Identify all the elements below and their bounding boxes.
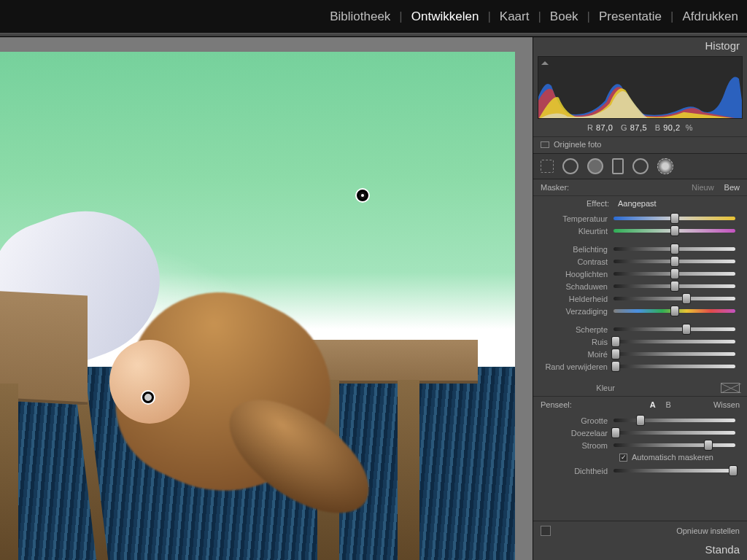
temperatuur-slider[interactable] xyxy=(614,217,735,220)
nav-sep: | xyxy=(581,9,596,24)
nav-bibliotheek[interactable]: Bibliotheek xyxy=(327,9,393,24)
histogram-title: Histogr xyxy=(533,37,747,56)
mask-new-link[interactable]: Nieuw xyxy=(692,183,714,192)
local-tools-strip xyxy=(533,154,747,179)
kleurtint-slider[interactable] xyxy=(614,229,735,233)
contrast-slider[interactable] xyxy=(614,260,735,263)
nav-boek[interactable]: Boek xyxy=(547,9,581,24)
belichting-slider[interactable] xyxy=(614,247,735,251)
schaduwen-slider[interactable] xyxy=(614,284,735,288)
rgb-readout: R 87,0 G 87,5 B 90,2 % xyxy=(533,122,747,136)
effect-label: Effect: xyxy=(535,199,615,208)
grootte-slider[interactable] xyxy=(614,419,735,422)
crop-tool-icon[interactable] xyxy=(541,160,554,173)
panel-footer: Opnieuw instellen xyxy=(533,521,747,540)
nav-sep: | xyxy=(532,9,546,24)
slider-label: Rand verwijderen xyxy=(533,362,614,371)
slider-label: Schaduwen xyxy=(533,282,614,291)
effect-value: Aangepast xyxy=(615,199,657,208)
slider-label: Stroom xyxy=(533,441,614,450)
slider-label: Helderheid xyxy=(533,295,614,303)
slider-label: Verzadiging xyxy=(533,307,614,316)
effect-row[interactable]: Effect: Aangepast xyxy=(533,196,747,209)
graduated-filter-icon[interactable] xyxy=(612,158,624,174)
nav-sep: | xyxy=(393,9,408,24)
spot-removal-tool-icon[interactable] xyxy=(562,158,578,174)
mask-label: Masker: xyxy=(541,183,569,192)
reset-link[interactable]: Opnieuw instellen xyxy=(676,526,740,535)
redeye-tool-icon[interactable] xyxy=(587,158,603,174)
checkbox-icon: ✓ xyxy=(619,454,627,462)
module-nav: Bibliotheek | Ontwikkelen | Kaart | Boek… xyxy=(0,0,747,33)
radial-filter-icon[interactable] xyxy=(632,158,649,174)
nav-kaart[interactable]: Kaart xyxy=(497,9,533,24)
hooglichten-slider[interactable] xyxy=(614,272,735,276)
original-photo-label: Originele foto xyxy=(554,140,601,149)
slider-label: Belichting xyxy=(533,245,614,254)
verzadiging-slider[interactable] xyxy=(614,309,735,313)
histogram-graph xyxy=(538,57,742,119)
moire-slider[interactable] xyxy=(614,352,735,356)
image-canvas[interactable] xyxy=(0,37,533,560)
checkbox-icon xyxy=(541,141,549,148)
slider-label: Doezelaar xyxy=(533,429,614,438)
brush-erase[interactable]: Wissen xyxy=(713,400,740,409)
brush-b[interactable]: B xyxy=(666,400,671,409)
slider-label: Scherpte xyxy=(533,325,614,334)
brush-sliders: Grootte Doezelaar Stroom ✓ Automatisch m… xyxy=(533,411,747,478)
nav-afdrukken[interactable]: Afdrukken xyxy=(679,9,741,24)
brush-label: Penseel: xyxy=(541,400,572,409)
rand-verwijderen-slider[interactable] xyxy=(614,365,735,368)
brush-header: Penseel: A B Wissen xyxy=(533,396,747,411)
slider-label: Moiré xyxy=(533,350,614,359)
adjustment-brush-icon[interactable] xyxy=(657,158,673,174)
slider-label: Kleurtint xyxy=(533,227,614,236)
auto-mask-label: Automatisch maskeren xyxy=(632,453,713,462)
nav-ontwikkelen[interactable]: Ontwikkelen xyxy=(409,9,482,24)
nav-sep: | xyxy=(665,9,679,24)
nav-presentatie[interactable]: Presentatie xyxy=(596,9,665,24)
panel-toggle-switch[interactable] xyxy=(541,526,551,536)
color-swatch[interactable] xyxy=(721,383,740,393)
doezelaar-slider[interactable] xyxy=(614,431,735,435)
photo xyxy=(0,52,515,560)
next-panel-title: Standa xyxy=(533,540,747,560)
color-label: Kleur xyxy=(541,384,621,392)
mask-row: Masker: Nieuw Bew xyxy=(533,179,747,196)
adjustment-sliders: Temperatuur Kleurtint Belichting Contras… xyxy=(533,209,747,374)
scherpte-slider[interactable] xyxy=(614,327,735,331)
slider-label: Contrast xyxy=(533,257,614,266)
color-row: Kleur xyxy=(533,380,747,396)
adjustment-pin-active[interactable] xyxy=(357,190,368,201)
ruis-slider[interactable] xyxy=(614,340,735,343)
slider-label: Hooglichten xyxy=(533,270,614,279)
slider-label: Grootte xyxy=(533,416,614,425)
original-photo-toggle[interactable]: Originele foto xyxy=(533,136,747,154)
brush-a[interactable]: A xyxy=(650,400,656,409)
helderheid-slider[interactable] xyxy=(614,297,735,300)
slider-label: Dichtheid xyxy=(533,467,614,475)
auto-mask-row[interactable]: ✓ Automatisch maskeren xyxy=(533,451,743,464)
mask-edit-link[interactable]: Bew xyxy=(724,183,740,192)
nav-sep: | xyxy=(481,9,496,24)
slider-label: Temperatuur xyxy=(533,214,614,223)
develop-panel: Histogr R 87,0 G 87,5 B 90,2 % Originele… xyxy=(533,37,747,560)
dichtheid-slider[interactable] xyxy=(614,469,735,472)
histogram[interactable] xyxy=(538,56,743,119)
stroom-slider[interactable] xyxy=(614,443,735,447)
slider-label: Ruis xyxy=(533,338,614,346)
adjustment-pin[interactable] xyxy=(142,392,154,403)
